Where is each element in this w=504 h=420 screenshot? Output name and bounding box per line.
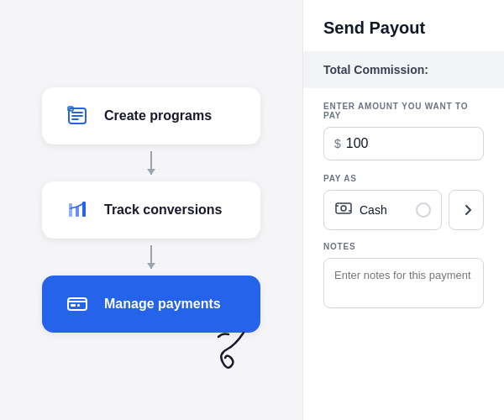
- arrow-1: [150, 151, 152, 175]
- notes-label: NOTES: [323, 242, 484, 251]
- amount-label: ENTER AMOUNT YOU WANT TO PAY: [323, 102, 484, 120]
- currency-symbol: $: [334, 137, 341, 150]
- cash-radio[interactable]: [416, 202, 431, 218]
- pay-as-options: Cash: [323, 190, 484, 230]
- amount-section: ENTER AMOUNT YOU WANT TO PAY $ 100: [303, 88, 504, 160]
- pay-option-cash[interactable]: Cash: [323, 190, 442, 230]
- pay-option-other[interactable]: [449, 190, 484, 230]
- svg-rect-9: [68, 298, 87, 310]
- doodle-decoration: [193, 316, 260, 378]
- pay-as-section: PAY AS Cash: [303, 160, 504, 230]
- svg-rect-7: [76, 207, 79, 217]
- cash-label: Cash: [360, 203, 387, 217]
- left-panel: Create programs Track conversions Manage…: [0, 0, 302, 420]
- svg-point-13: [341, 206, 346, 211]
- payments-icon: [62, 289, 92, 319]
- notes-textarea[interactable]: [323, 258, 484, 308]
- amount-value: 100: [346, 136, 369, 151]
- step-manage-payments-label: Manage payments: [104, 297, 221, 312]
- step-create-programs-label: Create programs: [104, 108, 212, 123]
- total-commission-label: Total Commission:: [323, 63, 428, 76]
- panel-title: Send Payout: [303, 0, 504, 51]
- programs-icon: [62, 101, 92, 131]
- track-icon: [62, 195, 92, 225]
- svg-rect-10: [71, 304, 76, 307]
- step-track-conversions[interactable]: Track conversions: [42, 181, 260, 239]
- step-track-conversions-label: Track conversions: [104, 202, 223, 218]
- svg-rect-11: [77, 304, 80, 307]
- pay-as-label: PAY AS: [323, 174, 484, 183]
- notes-section: NOTES: [303, 230, 504, 312]
- step-create-programs[interactable]: Create programs: [42, 87, 260, 144]
- amount-input-wrapper[interactable]: $ 100: [323, 127, 484, 160]
- right-panel: Send Payout Total Commission: ENTER AMOU…: [302, 0, 504, 420]
- arrow-2: [150, 245, 152, 269]
- total-commission-row: Total Commission:: [303, 51, 504, 88]
- svg-rect-6: [69, 203, 72, 217]
- svg-rect-12: [336, 203, 351, 213]
- cash-icon: [334, 199, 353, 221]
